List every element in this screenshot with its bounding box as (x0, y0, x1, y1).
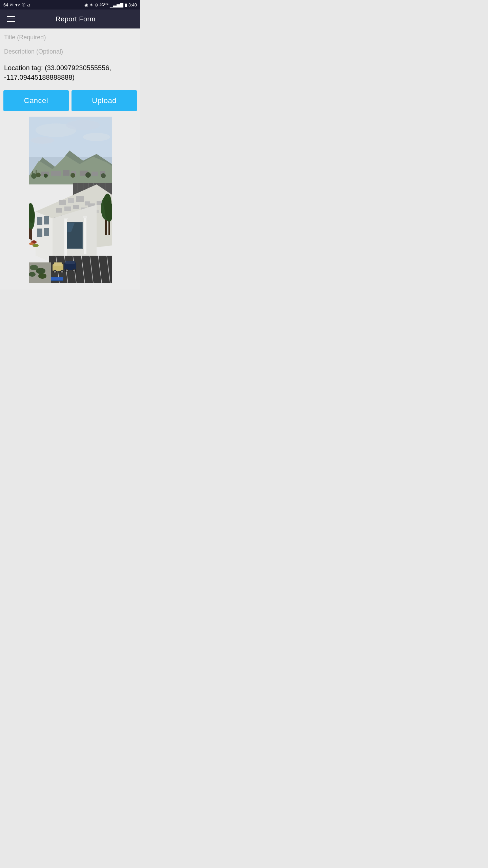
svg-point-19 (44, 174, 48, 178)
svg-point-87 (66, 270, 68, 272)
svg-point-21 (85, 172, 91, 178)
svg-rect-15 (92, 172, 98, 176)
page-title: Report Form (16, 15, 135, 23)
image-container (0, 117, 140, 290)
status-bar: 64 ✉ ▾▿ ✆ a ◉ ✶ ⊖ 4GLTE ▁▃▅▇ ▮ 3:40 (0, 0, 140, 9)
time-display: 3:40 (128, 2, 137, 7)
4g-icon: 4GLTE (100, 3, 108, 7)
cancel-button[interactable]: Cancel (3, 90, 69, 111)
description-input[interactable] (4, 45, 136, 58)
signal-bars-icon: ▁▃▅▇ (110, 2, 123, 7)
location-tag: Location tag: (33.00979230555556, -117.0… (0, 58, 140, 87)
svg-rect-57 (37, 217, 42, 225)
hamburger-line-2 (7, 19, 15, 19)
svg-rect-32 (68, 198, 74, 203)
svg-point-22 (101, 173, 106, 178)
status-right: ◉ ✶ ⊖ 4GLTE ▁▃▅▇ ▮ 3:40 (84, 2, 137, 7)
title-input[interactable] (4, 31, 136, 44)
button-row: Cancel Upload (0, 87, 140, 117)
svg-rect-33 (76, 196, 84, 202)
wifi-icon: ▾▿ (15, 2, 20, 7)
svg-rect-11 (51, 171, 61, 176)
block-icon: ⊖ (95, 2, 98, 7)
hamburger-menu-button[interactable] (5, 15, 16, 23)
email-icon: ✉ (10, 2, 14, 7)
uploaded-image (29, 117, 112, 283)
svg-rect-60 (44, 228, 49, 236)
svg-point-18 (36, 173, 41, 177)
form-content: Location tag: (33.00979230555556, -117.0… (0, 28, 140, 290)
svg-rect-31 (59, 200, 66, 205)
svg-point-69 (33, 244, 39, 247)
svg-rect-54 (84, 217, 86, 254)
svg-rect-40 (97, 201, 102, 205)
battery-icon: ▮ (125, 2, 127, 7)
svg-rect-56 (83, 216, 87, 218)
svg-point-4 (83, 133, 110, 141)
hamburger-line-3 (7, 21, 15, 22)
svg-point-100 (29, 272, 36, 277)
svg-rect-36 (64, 206, 71, 211)
signal-strength: 64 (3, 2, 8, 7)
svg-point-20 (70, 173, 75, 178)
svg-point-17 (31, 173, 37, 179)
svg-point-94 (61, 271, 63, 273)
svg-rect-12 (63, 170, 69, 176)
app-bar: Report Form (0, 9, 140, 28)
status-left: 64 ✉ ▾▿ ✆ a (3, 2, 30, 7)
svg-point-93 (54, 271, 56, 273)
description-input-wrapper (0, 44, 140, 58)
svg-rect-58 (44, 216, 49, 224)
svg-rect-37 (73, 205, 79, 209)
amazon-icon: a (27, 2, 30, 7)
svg-point-5 (30, 137, 54, 144)
location-icon: ◉ (84, 2, 88, 7)
bluetooth-icon: ✶ (89, 2, 93, 7)
phone-icon: ✆ (22, 2, 25, 7)
title-input-wrapper (0, 28, 140, 44)
svg-rect-55 (64, 218, 68, 219)
svg-rect-84 (65, 261, 75, 264)
svg-point-101 (38, 273, 46, 279)
svg-rect-90 (54, 262, 62, 266)
svg-rect-53 (64, 218, 67, 256)
svg-rect-59 (37, 229, 42, 237)
svg-point-3 (66, 120, 100, 130)
svg-rect-96 (50, 277, 63, 280)
upload-button[interactable]: Upload (72, 90, 137, 111)
hamburger-line-1 (7, 16, 15, 17)
svg-point-66 (29, 208, 35, 223)
svg-point-99 (36, 268, 45, 274)
svg-rect-35 (56, 208, 62, 213)
svg-point-88 (73, 270, 75, 272)
